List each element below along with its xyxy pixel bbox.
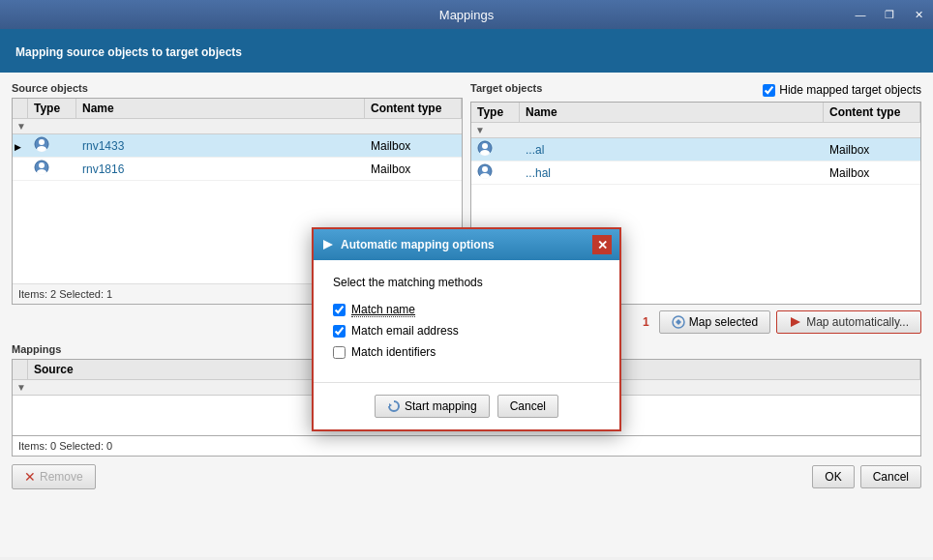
title-bar: Mappings — ❐ ✕ (0, 0, 933, 29)
target-objects-label: Target objects (470, 82, 542, 94)
target-pane-header: Target objects Hide mapped target object… (470, 82, 921, 98)
dialog-header: Mapping source objects to target objects (0, 29, 933, 73)
start-mapping-label: Start mapping (405, 399, 477, 413)
main-content: Source objects Type Name Content type ▼ … (0, 73, 933, 557)
minimize-button[interactable]: — (846, 0, 875, 29)
dialog-cancel-label: Cancel (510, 399, 546, 413)
svg-marker-14 (323, 240, 333, 250)
close-button[interactable]: ✕ (904, 0, 933, 29)
dialog-title: Automatic mapping options (341, 238, 587, 251)
dialog-close-button[interactable]: ✕ (592, 235, 612, 254)
dialog-body: Select the matching methods Match name M… (314, 260, 619, 382)
dialog-title-bar: Automatic mapping options ✕ (314, 229, 619, 260)
start-mapping-button[interactable]: Start mapping (375, 395, 490, 418)
dialog-subtitle: Select the matching methods (333, 276, 600, 289)
dialog-option-match-name: Match name (333, 303, 600, 316)
match-name-label[interactable]: Match name (351, 303, 415, 316)
match-id-label[interactable]: Match identifiers (351, 345, 436, 359)
dialog-option-match-id: Match identifiers (333, 345, 600, 359)
hide-mapped-checkbox-label[interactable]: Hide mapped target objects (763, 83, 921, 97)
svg-marker-15 (389, 403, 392, 407)
source-objects-label: Source objects (12, 82, 463, 94)
hide-mapped-checkbox[interactable] (763, 84, 775, 97)
header-title: Mapping source objects to target objects (15, 45, 242, 59)
window-controls: — ❐ ✕ (846, 0, 933, 29)
automatic-mapping-dialog: Automatic mapping options ✕ Select the m… (312, 227, 621, 431)
match-id-checkbox[interactable] (333, 346, 346, 359)
dialog-footer: Start mapping Cancel (314, 382, 619, 429)
start-mapping-icon (387, 399, 401, 413)
match-email-label[interactable]: Match email address (351, 324, 459, 338)
dialog-option-match-email: Match email address (333, 324, 600, 338)
match-email-checkbox[interactable] (333, 325, 346, 338)
dialog-title-icon (321, 238, 335, 251)
dialog-cancel-button[interactable]: Cancel (497, 395, 558, 418)
dialog-overlay: Automatic mapping options ✕ Select the m… (0, 102, 933, 557)
restore-button[interactable]: ❐ (875, 0, 904, 29)
window-title: Mappings (439, 8, 494, 22)
hide-mapped-label: Hide mapped target objects (779, 83, 921, 97)
match-name-checkbox[interactable] (333, 304, 346, 316)
